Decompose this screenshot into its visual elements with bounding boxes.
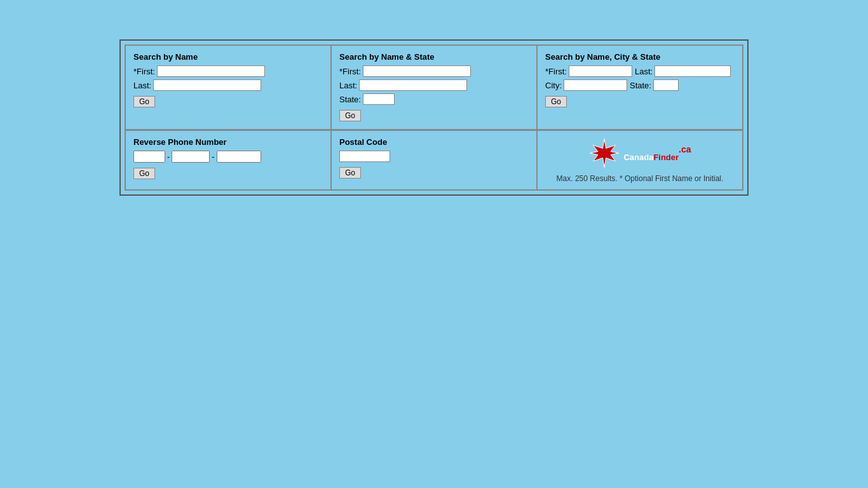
search-by-name-state-panel: Search by Name & State *First: Last: Sta… [331,45,537,130]
last-name-input[interactable] [153,79,261,91]
search-by-name-city-state-panel: Search by Name, City & State *First: Las… [537,45,743,130]
phone-number-input[interactable] [217,151,261,163]
ncs-last-name-input[interactable] [654,65,731,77]
search-by-name-title: Search by Name [133,52,323,62]
ns-state-label: State: [339,95,361,104]
ns-last-name-label: Last: [339,81,357,90]
ns-last-name-input[interactable] [359,79,467,91]
ns-last-name-row: Last: [339,79,529,91]
postal-code-panel: Postal Code Go [331,130,537,190]
top-grid: Search by Name *First: Last: Go Search b… [125,44,743,130]
phone-inputs-row: - - [133,151,323,163]
search-by-name-go-button[interactable]: Go [133,96,155,107]
search-by-name-state-go-button[interactable]: Go [339,110,361,121]
ns-first-name-row: *First: [339,65,529,77]
search-by-name-city-state-go-button[interactable]: Go [545,96,567,107]
first-name-input[interactable] [157,65,265,77]
main-container: Search by Name *First: Last: Go Search b… [119,39,749,196]
ncs-city-state-row: City: State: [545,79,735,91]
ns-first-name-input[interactable] [363,65,471,77]
ns-state-input[interactable] [363,93,395,105]
reverse-phone-panel: Reverse Phone Number - - Go [125,130,331,190]
phone-separator-1: - [167,152,170,161]
ca-text: .ca [679,144,691,154]
postal-code-row [339,151,529,162]
postal-code-input[interactable] [339,151,390,162]
last-name-row: Last: [133,79,323,91]
first-name-label: *First: [133,67,155,76]
logo-note: Max. 250 Results. * Optional First Name … [557,174,724,183]
phone-area-input[interactable] [133,151,165,163]
phone-prefix-input[interactable] [172,151,210,163]
ns-first-name-label: *First: [339,67,361,76]
maple-leaf-icon [588,137,620,169]
phone-separator-2: - [212,152,214,161]
first-name-row: *First: [133,65,323,77]
logo-panel: CanadaFinder.ca Max. 250 Results. * Opti… [537,130,743,190]
search-by-name-state-title: Search by Name & State [339,52,529,62]
finder-text: Finder [653,152,679,162]
postal-code-title: Postal Code [339,137,529,147]
ncs-first-name-input[interactable] [569,65,632,77]
ncs-last-name-label: Last: [635,67,653,76]
reverse-phone-title: Reverse Phone Number [133,137,323,147]
ncs-city-label: City: [545,81,562,90]
bottom-grid: Reverse Phone Number - - Go Postal Code … [125,130,743,191]
search-by-name-panel: Search by Name *First: Last: Go [125,45,331,130]
ncs-state-label: State: [630,81,651,90]
ncs-first-last-row: *First: Last: [545,65,735,77]
svg-marker-0 [590,139,619,168]
reverse-phone-go-button[interactable]: Go [133,168,155,179]
search-by-name-city-state-title: Search by Name, City & State [545,52,735,62]
postal-code-go-button[interactable]: Go [339,167,361,179]
canada-text: Canada [623,152,653,162]
logo-text: CanadaFinder.ca [623,142,691,165]
last-name-label: Last: [133,81,151,90]
ncs-state-input[interactable] [653,79,679,91]
ns-state-row: State: [339,93,529,105]
ncs-first-name-label: *First: [545,67,567,76]
logo-container: CanadaFinder.ca [588,137,691,169]
ncs-city-input[interactable] [564,79,627,91]
